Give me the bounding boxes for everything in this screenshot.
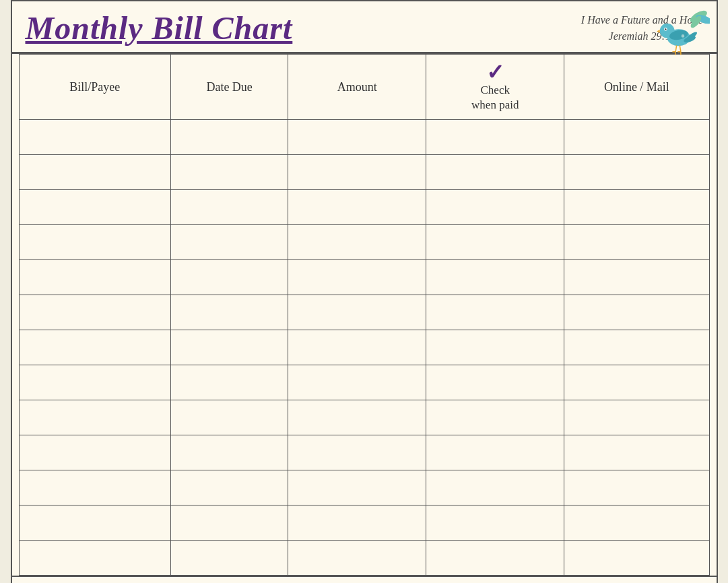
table-row	[19, 330, 709, 365]
table-cell[interactable]	[19, 120, 171, 155]
table-container: Bill/Payee Date Due Amount ✓ Checkwhen p…	[12, 54, 717, 576]
table-cell[interactable]	[426, 225, 564, 260]
page: Monthly Bill Chart I Have a Future and a…	[11, 0, 718, 583]
table-row	[19, 295, 709, 330]
table-cell[interactable]	[288, 365, 426, 400]
table-cell[interactable]	[426, 295, 564, 330]
table-cell[interactable]	[171, 541, 288, 576]
col-header-online: Online / Mail	[564, 55, 709, 120]
table-cell[interactable]	[288, 541, 426, 576]
table-cell[interactable]	[171, 400, 288, 435]
table-cell[interactable]	[288, 435, 426, 470]
table-cell[interactable]	[19, 505, 171, 541]
table-cell[interactable]	[564, 155, 709, 190]
table-cell[interactable]	[171, 260, 288, 295]
svg-line-9	[680, 45, 681, 51]
table-cell[interactable]	[564, 400, 709, 435]
table-row	[19, 541, 709, 576]
table-cell[interactable]	[171, 225, 288, 260]
table-cell[interactable]	[288, 225, 426, 260]
table-cell[interactable]	[288, 260, 426, 295]
table-cell[interactable]	[171, 155, 288, 190]
table-cell[interactable]	[426, 330, 564, 365]
table-cell[interactable]	[564, 295, 709, 330]
table-cell[interactable]	[288, 505, 426, 541]
table-cell[interactable]	[19, 365, 171, 400]
table-cell[interactable]	[564, 435, 709, 470]
table-cell[interactable]	[426, 470, 564, 505]
table-row	[19, 470, 709, 505]
table-cell[interactable]	[288, 155, 426, 190]
table-cell[interactable]	[171, 365, 288, 400]
header: Monthly Bill Chart I Have a Future and a…	[12, 1, 717, 54]
table-body	[19, 120, 709, 576]
table-cell[interactable]	[19, 470, 171, 505]
table-cell[interactable]	[426, 260, 564, 295]
table-cell[interactable]	[171, 190, 288, 225]
table-cell[interactable]	[171, 295, 288, 330]
table-cell[interactable]	[288, 470, 426, 505]
table-cell[interactable]	[171, 470, 288, 505]
table-cell[interactable]	[564, 225, 709, 260]
table-cell[interactable]	[564, 190, 709, 225]
table-cell[interactable]	[288, 120, 426, 155]
table-cell[interactable]	[19, 225, 171, 260]
table-cell[interactable]	[564, 541, 709, 576]
table-cell[interactable]	[288, 190, 426, 225]
col-check-label: Checkwhen paid	[471, 83, 519, 113]
table-row	[19, 400, 709, 435]
table-cell[interactable]	[426, 155, 564, 190]
table-cell[interactable]	[564, 330, 709, 365]
table-cell[interactable]	[564, 470, 709, 505]
table-cell[interactable]	[288, 400, 426, 435]
table-cell[interactable]	[19, 295, 171, 330]
table-cell[interactable]	[19, 260, 171, 295]
col-online-label: Online / Mail	[604, 80, 669, 94]
table-cell[interactable]	[426, 400, 564, 435]
checkmark-icon: ✓	[486, 61, 504, 83]
header-right: I Have a Future and a Hope Jeremiah 29:1…	[581, 12, 703, 44]
table-cell[interactable]	[171, 435, 288, 470]
table-cell[interactable]	[19, 541, 171, 576]
table-row	[19, 190, 709, 225]
col-header-check: ✓ Checkwhen paid	[426, 55, 564, 120]
table-cell[interactable]	[288, 330, 426, 365]
col-header-amount: Amount	[288, 55, 426, 120]
table-cell[interactable]	[564, 120, 709, 155]
svg-point-4	[665, 28, 666, 30]
table-cell[interactable]	[426, 120, 564, 155]
table-row	[19, 120, 709, 155]
table-cell[interactable]	[426, 190, 564, 225]
svg-point-14	[681, 34, 684, 38]
table-cell[interactable]	[171, 120, 288, 155]
bird-icon	[656, 9, 710, 56]
svg-line-8	[675, 45, 677, 51]
table-cell[interactable]	[288, 295, 426, 330]
table-cell[interactable]	[426, 541, 564, 576]
table-cell[interactable]	[426, 365, 564, 400]
table-cell[interactable]	[171, 505, 288, 541]
page-title: Monthly Bill Chart	[26, 9, 293, 47]
table-cell[interactable]	[564, 365, 709, 400]
table-row	[19, 260, 709, 295]
table-row	[19, 505, 709, 541]
bird-decoration	[656, 9, 710, 59]
table-cell[interactable]	[564, 505, 709, 541]
table-cell[interactable]	[426, 435, 564, 470]
table-cell[interactable]	[19, 435, 171, 470]
col-header-date: Date Due	[171, 55, 288, 120]
check-header-content: ✓ Checkwhen paid	[432, 61, 558, 113]
table-row	[19, 155, 709, 190]
col-header-bill: Bill/Payee	[19, 55, 171, 120]
table-cell[interactable]	[19, 155, 171, 190]
table-cell[interactable]	[19, 190, 171, 225]
col-date-label: Date Due	[206, 80, 252, 94]
table-cell[interactable]	[19, 400, 171, 435]
col-bill-label: Bill/Payee	[69, 80, 120, 94]
col-amount-label: Amount	[337, 80, 377, 94]
table-cell[interactable]	[426, 505, 564, 541]
table-row	[19, 435, 709, 470]
table-cell[interactable]	[564, 260, 709, 295]
table-cell[interactable]	[19, 330, 171, 365]
table-cell[interactable]	[171, 330, 288, 365]
